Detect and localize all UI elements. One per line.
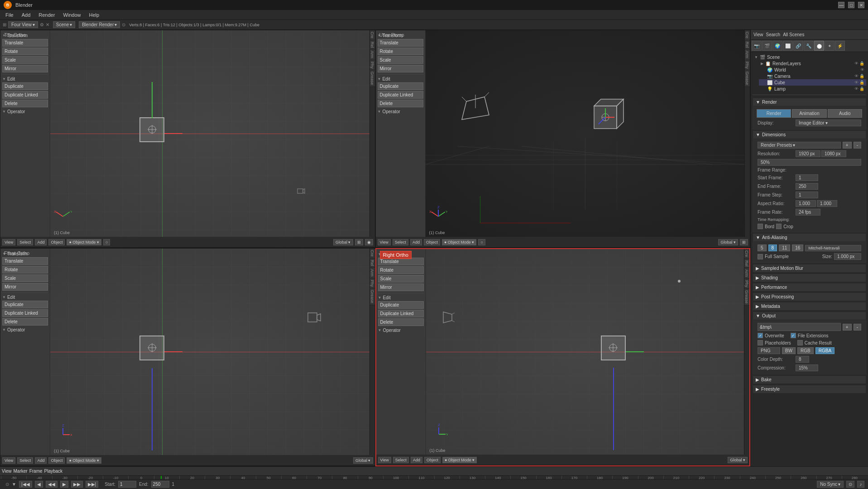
- global-dropdown-tr[interactable]: Global ▾: [718, 239, 738, 245]
- timeline-audio-btn[interactable]: ♪: [857, 481, 864, 488]
- icon-tab-object[interactable]: ⬜: [783, 41, 793, 51]
- tab-rel-bl[interactable]: Rel: [370, 259, 375, 268]
- view-btn-br[interactable]: View: [378, 457, 391, 463]
- animation-btn[interactable]: Animation: [792, 109, 826, 118]
- translate-btn-bl[interactable]: Translate: [2, 257, 48, 265]
- mirror-btn-bl[interactable]: Mirror: [2, 283, 48, 291]
- close-button[interactable]: ✕: [858, 2, 864, 8]
- mode-dropdown-tr[interactable]: ● Object Mode ▾: [442, 239, 476, 245]
- mode-dropdown-tl[interactable]: ● Object Mode ▾: [67, 239, 101, 245]
- aspect-x-input[interactable]: 1.000: [796, 200, 816, 207]
- delete-btn-bl[interactable]: Delete: [2, 318, 48, 326]
- jump-start-btn[interactable]: |◀◀: [19, 481, 32, 488]
- tree-world[interactable]: 🌍 World 👁: [759, 67, 866, 73]
- aa-16-btn[interactable]: 16: [792, 244, 803, 251]
- edit-section-tr[interactable]: ▼ Edit: [378, 76, 423, 82]
- viewport-shading-tr[interactable]: ○: [478, 239, 485, 245]
- tab-arm-tl[interactable]: Arm: [370, 49, 375, 60]
- jump-end-btn[interactable]: ▶▶|: [86, 481, 99, 488]
- view-btn-tr[interactable]: View: [378, 239, 391, 245]
- overwrite-checkbox[interactable]: ✓: [758, 333, 763, 338]
- operator-section-br[interactable]: ▼ Operator: [378, 327, 424, 334]
- menu-add[interactable]: Add: [18, 11, 34, 19]
- duplicate-btn-tr[interactable]: Duplicate: [378, 82, 423, 90]
- output-path-remove-btn[interactable]: -: [854, 324, 861, 331]
- freestyle-header[interactable]: ▶ Freestyle: [753, 385, 866, 393]
- motion-blur-header[interactable]: ▶ Sampled Motion Blur: [753, 264, 866, 273]
- format-dropdown[interactable]: PNG: [758, 347, 780, 354]
- icon-tab-scene[interactable]: 🎬: [762, 41, 772, 51]
- aspect-y-input[interactable]: 1.000: [817, 200, 837, 207]
- icon-tab-physics[interactable]: ⚡: [835, 41, 845, 51]
- delete-btn-br[interactable]: Delete: [378, 318, 424, 326]
- prev-frame-btn[interactable]: ◀: [35, 481, 43, 488]
- mirror-btn-tl[interactable]: Mirror: [2, 65, 48, 72]
- translate-btn-tl[interactable]: Translate: [2, 39, 48, 47]
- tree-lamp[interactable]: 💡 Lamp 👁 🔒: [759, 86, 866, 92]
- grid-btn-tr[interactable]: ⊞: [740, 239, 748, 245]
- operator-section-tl[interactable]: ▼ Operator: [2, 108, 48, 115]
- tab-cre-br[interactable]: Cre: [744, 249, 749, 259]
- global-dropdown-br[interactable]: Global ▾: [728, 457, 748, 463]
- bake-header[interactable]: ▶ Bake: [753, 375, 866, 384]
- size-input[interactable]: 1.000 px: [834, 253, 861, 260]
- scale-btn-tr[interactable]: Scale: [378, 56, 423, 64]
- rotate-btn-tr[interactable]: Rotate: [378, 48, 423, 55]
- tree-eye-cube[interactable]: 👁: [854, 80, 858, 85]
- color-depth-input[interactable]: 8: [796, 356, 809, 363]
- metadata-header[interactable]: ▶ Metadata: [753, 302, 866, 311]
- scene-dropdown[interactable]: Scene ▾: [53, 21, 75, 28]
- viewport-bottom-left[interactable]: ▼ Transform Translate Rotate Scale Mirro…: [0, 248, 375, 466]
- res-x-input[interactable]: 1920 px: [796, 150, 820, 157]
- timeline-playhead[interactable]: [161, 476, 162, 479]
- rotate-btn-tl[interactable]: Rotate: [2, 48, 48, 55]
- tab-phy-tl[interactable]: Phy: [370, 60, 375, 71]
- render-mode-tl[interactable]: ◉: [365, 239, 373, 245]
- tab-search[interactable]: Search: [766, 32, 781, 37]
- file-ext-checkbox[interactable]: ✓: [791, 333, 796, 338]
- select-btn-br[interactable]: Select: [393, 457, 409, 463]
- tab-rel-br[interactable]: Rel: [744, 259, 749, 268]
- res-y-input[interactable]: 1080 px: [821, 150, 846, 157]
- mirror-btn-tr[interactable]: Mirror: [378, 65, 423, 72]
- aa-5-btn[interactable]: 5: [758, 244, 767, 251]
- output-path-btn[interactable]: +: [843, 324, 852, 331]
- duplicate-linked-btn-tr[interactable]: Duplicate Linked: [378, 91, 423, 99]
- menu-help[interactable]: Help: [86, 11, 103, 19]
- placeholder-checkbox[interactable]: [758, 340, 763, 345]
- timeline-playback-tab[interactable]: Playback: [44, 469, 63, 474]
- object-btn-bl[interactable]: Object: [48, 457, 65, 464]
- output-header[interactable]: ▼ Output: [753, 312, 866, 320]
- tree-eye-lamp[interactable]: 👁: [854, 86, 858, 91]
- delete-btn-tl[interactable]: Delete: [2, 100, 48, 107]
- frame-rate-input[interactable]: 24 fps: [796, 209, 820, 216]
- tab-rel-tr[interactable]: Rel: [745, 40, 750, 50]
- tree-lock-rl[interactable]: 🔒: [859, 61, 864, 66]
- tab-arm-br[interactable]: Arm: [744, 268, 749, 279]
- edit-section-tl[interactable]: ▼ Edit: [2, 76, 48, 82]
- icon-tab-world[interactable]: 🌍: [772, 41, 782, 51]
- crop-checkbox[interactable]: [776, 224, 782, 229]
- tab-cre-tr[interactable]: Cre: [745, 30, 750, 40]
- menu-window[interactable]: Window: [59, 11, 84, 19]
- presets-add-btn[interactable]: +: [843, 142, 852, 149]
- scale-btn-bl[interactable]: Scale: [2, 274, 48, 282]
- operator-section-tr[interactable]: ▼ Operator: [378, 108, 423, 115]
- object-btn-br[interactable]: Object: [424, 457, 441, 463]
- scale-btn-tl[interactable]: Scale: [2, 56, 48, 64]
- menu-render[interactable]: Render: [35, 11, 58, 19]
- tab-grease-br[interactable]: Grease: [744, 289, 749, 306]
- viewport-top-left[interactable]: ▼ Transform Translate Rotate Scale Mirro…: [0, 30, 375, 248]
- add-btn-tl[interactable]: Add: [35, 239, 47, 245]
- tab-grease-bl[interactable]: Grease: [370, 288, 375, 305]
- duplicate-btn-tl[interactable]: Duplicate: [2, 82, 48, 90]
- viewport-top-right[interactable]: ▼ Transform Translate Rotate Scale Mirro…: [375, 30, 751, 248]
- select-btn-tr[interactable]: Select: [393, 239, 408, 245]
- frame-step-input[interactable]: 1: [796, 192, 818, 198]
- tab-all-scenes[interactable]: All Scenes: [783, 32, 804, 37]
- audio-btn[interactable]: Audio: [828, 109, 862, 118]
- icon-tab-render[interactable]: 📷: [752, 41, 762, 51]
- edit-section-br[interactable]: ▼ Edit: [378, 294, 424, 301]
- tree-eye-rl[interactable]: 👁: [854, 61, 858, 66]
- end-frame-ctrl[interactable]: [151, 481, 169, 488]
